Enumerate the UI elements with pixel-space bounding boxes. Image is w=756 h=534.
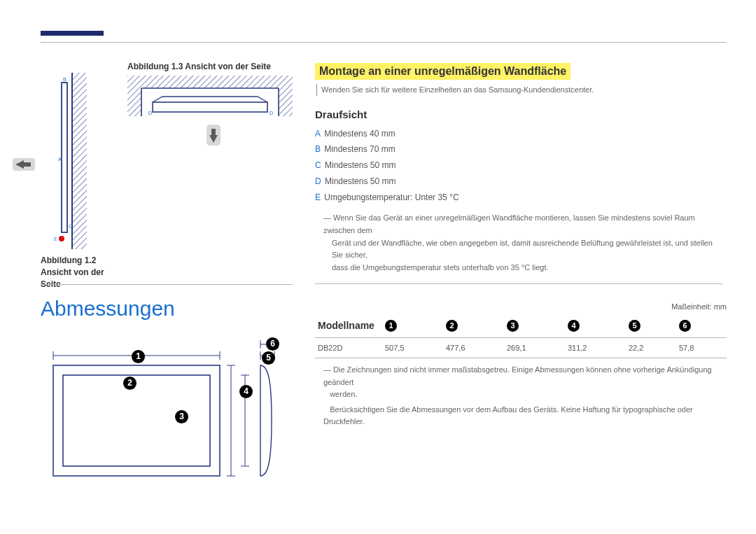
svg-rect-12 bbox=[153, 102, 267, 112]
svg-text:A: A bbox=[58, 157, 62, 162]
col-header-num: 6 bbox=[679, 320, 691, 332]
footnote-line: Berücksichtigen Sie die Abmessungen vor … bbox=[323, 405, 693, 426]
spec-key: C bbox=[315, 160, 321, 170]
figure-side-view: B A C E bbox=[43, 73, 87, 249]
spec-value: Mindestens 50 mm bbox=[325, 160, 396, 170]
note-line: Wenn Sie das Gerät an einer unregelmäßig… bbox=[323, 213, 695, 234]
col-header-num: 2 bbox=[446, 320, 458, 332]
svg-rect-3 bbox=[62, 83, 67, 232]
mounting-subheading: Draufsicht bbox=[315, 108, 722, 120]
col-header-num: 4 bbox=[568, 320, 580, 332]
spec-value: Mindestens 50 mm bbox=[325, 176, 396, 186]
svg-rect-1 bbox=[73, 73, 87, 249]
spec-value: Mindestens 40 mm bbox=[324, 129, 395, 139]
dim-callout-5: 5 bbox=[262, 351, 275, 365]
dim-value: 57,8 bbox=[676, 338, 727, 358]
svg-text:D: D bbox=[148, 111, 152, 115]
top-rule bbox=[41, 42, 727, 43]
svg-rect-17 bbox=[53, 365, 220, 476]
section-title-dimensions: Abmessungen bbox=[41, 297, 175, 321]
figure13-caption: Abbildung 1.3 Ansicht von der Seite bbox=[127, 62, 271, 71]
arrow-left-icon bbox=[10, 155, 38, 176]
col-header-num: 1 bbox=[385, 320, 397, 332]
dim-callout-6: 6 bbox=[266, 337, 279, 351]
accent-bar bbox=[41, 31, 104, 36]
dim-callout-1: 1 bbox=[132, 350, 145, 363]
clearance-spec-list: A Mindestens 40 mm B Mindestens 70 mm C … bbox=[315, 126, 722, 206]
spec-value: Umgebungstemperatur: Unter 35 °C bbox=[324, 192, 458, 202]
mounting-long-note: ― Wenn Sie das Gerät an einer unregelmäß… bbox=[315, 212, 722, 274]
svg-text:B: B bbox=[63, 77, 66, 82]
footnote-line: werden. bbox=[330, 390, 357, 398]
dimensions-figure: 1 2 3 4 5 6 bbox=[41, 335, 279, 489]
spec-key: E bbox=[315, 192, 321, 202]
dim-value: 269,1 bbox=[504, 338, 565, 358]
dimensions-table: Modellname 1 2 3 4 5 6 DB22D 507,5 477,6… bbox=[315, 314, 727, 358]
footnote-line: Die Zeichnungen sind nicht immer maßstab… bbox=[323, 365, 712, 386]
col-header-num: 3 bbox=[507, 320, 519, 332]
dim-value: 311,2 bbox=[565, 338, 626, 358]
table-row: DB22D 507,5 477,6 269,1 311,2 22,2 57,8 bbox=[315, 338, 727, 358]
spec-key: A bbox=[315, 129, 321, 139]
spec-value: Mindestens 70 mm bbox=[324, 144, 395, 154]
spec-key: D bbox=[315, 176, 321, 186]
mounting-contact-note: Wenden Sie sich für weitere Einzelheiten… bbox=[316, 84, 722, 96]
figure-divider bbox=[41, 284, 293, 285]
dimensions-footnotes: ― Die Zeichnungen sind nicht immer maßst… bbox=[315, 364, 727, 428]
right-divider bbox=[315, 283, 722, 284]
dim-callout-3: 3 bbox=[175, 410, 188, 423]
dim-value: 477,6 bbox=[443, 338, 504, 358]
arrow-down-icon bbox=[204, 123, 223, 150]
col-header-num: 5 bbox=[629, 320, 640, 332]
svg-text:D: D bbox=[270, 111, 273, 115]
model-name: DB22D bbox=[315, 338, 382, 358]
mounting-title: Montage an einer unregelmäßigen Wandfläc… bbox=[315, 63, 570, 80]
svg-point-8 bbox=[59, 236, 64, 241]
dim-callout-4: 4 bbox=[239, 385, 253, 398]
spec-key: B bbox=[315, 144, 321, 154]
note-line: Gerät und der Wandfläche, wie oben angeg… bbox=[323, 237, 722, 262]
dim-callout-2: 2 bbox=[123, 377, 136, 390]
dim-value: 22,2 bbox=[626, 338, 676, 358]
note-line: dass die Umgebungstemperatur stets unter… bbox=[323, 262, 722, 274]
col-header-model: Modellname bbox=[315, 314, 382, 338]
dim-value: 507,5 bbox=[382, 338, 443, 358]
svg-text:E: E bbox=[54, 237, 57, 241]
svg-text:C: C bbox=[69, 224, 72, 229]
unit-label: Maßeinheit: mm bbox=[315, 302, 727, 311]
svg-rect-2 bbox=[71, 73, 73, 249]
svg-rect-18 bbox=[63, 375, 210, 466]
